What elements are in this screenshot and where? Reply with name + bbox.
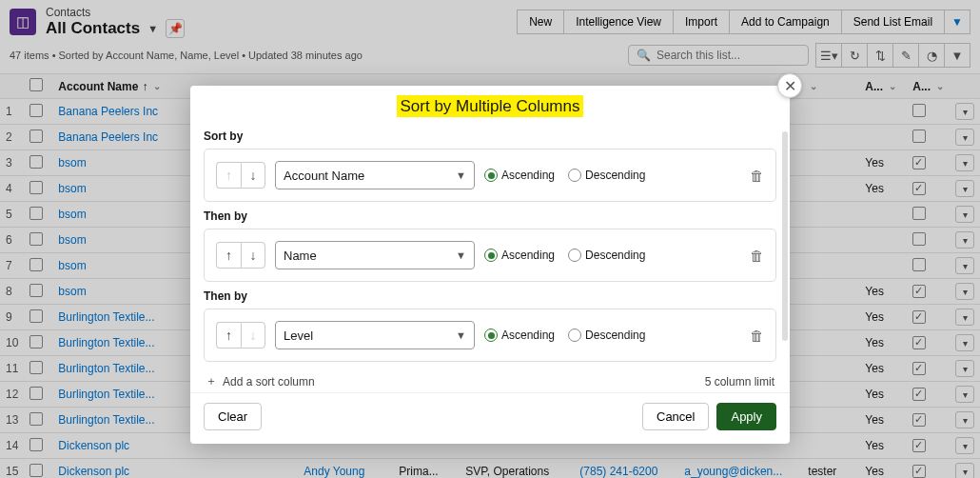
move-down-button: ↓ — [241, 322, 265, 349]
chevron-down-icon: ▼ — [456, 249, 466, 261]
trash-icon[interactable]: 🗑 — [750, 328, 764, 344]
column-limit-text: 5 column limit — [705, 375, 774, 388]
sortby-label: Sort by — [204, 129, 776, 143]
move-down-button[interactable]: ↓ — [241, 162, 265, 189]
clear-button[interactable]: Clear — [204, 403, 262, 430]
sort-rule: ↑ ↓ Level ▼ Ascending Descending 🗑 — [204, 309, 776, 362]
chevron-down-icon: ▼ — [456, 329, 466, 341]
cancel-button[interactable]: Cancel — [642, 403, 709, 430]
thenby-label: Then by — [204, 209, 776, 223]
radio-label: Ascending — [501, 169, 555, 182]
apply-button[interactable]: Apply — [716, 403, 776, 430]
ascending-radio[interactable]: Ascending — [484, 249, 555, 262]
radio-label: Descending — [585, 169, 645, 182]
ascending-radio[interactable]: Ascending — [484, 169, 555, 182]
field-select[interactable]: Level ▼ — [275, 321, 475, 349]
field-select-value: Account Name — [284, 169, 364, 183]
sort-rule: ↑ ↓ Account Name ▼ Ascending Descending … — [204, 149, 776, 202]
thenby-label: Then by — [204, 289, 776, 303]
field-select-value: Level — [284, 329, 313, 343]
scrollbar[interactable] — [782, 131, 788, 341]
close-icon[interactable]: ✕ — [777, 73, 802, 98]
sort-rule: ↑ ↓ Name ▼ Ascending Descending 🗑 — [204, 229, 776, 282]
radio-label: Ascending — [501, 329, 555, 342]
field-select-value: Name — [284, 249, 317, 263]
radio-label: Ascending — [501, 249, 555, 262]
move-up-button[interactable]: ↑ — [216, 242, 241, 269]
plus-icon: ＋ — [206, 373, 217, 389]
field-select[interactable]: Account Name ▼ — [275, 161, 475, 189]
move-down-button[interactable]: ↓ — [241, 242, 265, 269]
ascending-radio[interactable]: Ascending — [484, 329, 555, 342]
chevron-down-icon: ▼ — [456, 169, 466, 181]
trash-icon[interactable]: 🗑 — [750, 248, 764, 264]
field-select[interactable]: Name ▼ — [275, 241, 475, 269]
descending-radio[interactable]: Descending — [568, 249, 645, 262]
descending-radio[interactable]: Descending — [568, 329, 645, 342]
sort-modal: ✕ Sort by Multiple Columns Sort by ↑ ↓ A… — [190, 86, 790, 444]
add-sort-column-link[interactable]: ＋Add a sort column — [206, 373, 315, 389]
move-up-button: ↑ — [216, 162, 241, 189]
move-up-button[interactable]: ↑ — [216, 322, 241, 349]
modal-title: Sort by Multiple Columns — [190, 86, 790, 126]
descending-radio[interactable]: Descending — [568, 169, 645, 182]
radio-label: Descending — [585, 249, 645, 262]
trash-icon[interactable]: 🗑 — [750, 168, 764, 184]
radio-label: Descending — [585, 329, 645, 342]
